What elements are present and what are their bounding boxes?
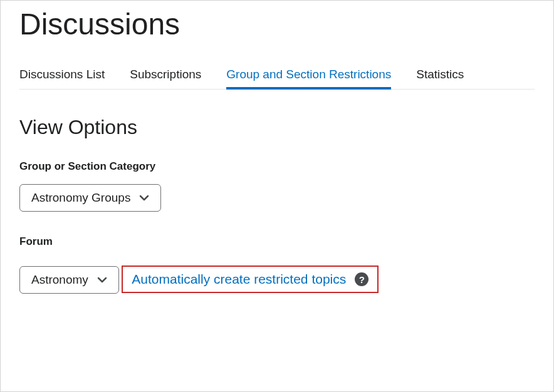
forum-dropdown-value: Astronomy [31, 273, 88, 287]
tab-statistics[interactable]: Statistics [416, 60, 464, 89]
forum-dropdown[interactable]: Astronomy [19, 266, 119, 294]
auto-create-topics-row: Automatically create restricted topics ? [122, 266, 379, 293]
tab-group-section-restrictions[interactable]: Group and Section Restrictions [226, 60, 391, 89]
category-label: Group or Section Category [19, 160, 535, 173]
chevron-down-icon [139, 193, 149, 203]
category-dropdown[interactable]: Astronomy Groups [19, 184, 161, 212]
forum-label: Forum [19, 235, 535, 248]
discussions-page: Discussions Discussions List Subscriptio… [0, 0, 554, 392]
category-dropdown-value: Astronomy Groups [31, 191, 130, 205]
tabs-bar: Discussions List Subscriptions Group and… [19, 60, 535, 90]
chevron-down-icon [97, 275, 107, 285]
page-title: Discussions [19, 1, 535, 60]
auto-create-topics-link[interactable]: Automatically create restricted topics [132, 272, 346, 287]
view-options-heading: View Options [19, 116, 535, 139]
tab-subscriptions[interactable]: Subscriptions [130, 60, 201, 89]
tab-discussions-list[interactable]: Discussions List [19, 60, 105, 89]
help-icon[interactable]: ? [355, 272, 368, 286]
